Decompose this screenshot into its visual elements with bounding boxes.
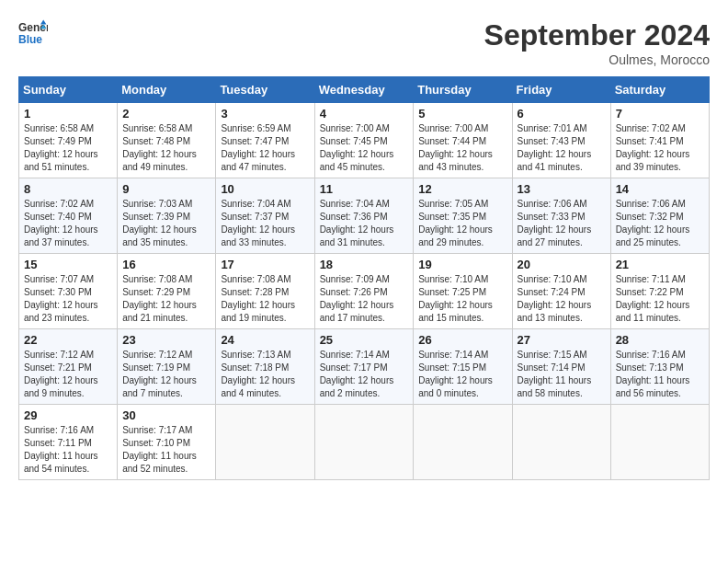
day-number: 5 (418, 107, 506, 121)
calendar-cell (414, 405, 512, 480)
month-title: September 2024 (484, 18, 710, 52)
calendar-cell: 24Sunrise: 7:13 AM Sunset: 7:18 PM Dayli… (216, 329, 314, 405)
col-sunday: Sunday (19, 77, 118, 103)
calendar-cell (314, 405, 414, 480)
day-number: 1 (24, 107, 112, 121)
day-info: Sunrise: 7:15 AM Sunset: 7:14 PM Dayligh… (518, 349, 606, 400)
calendar-cell: 14Sunrise: 7:06 AM Sunset: 7:32 PM Dayli… (610, 178, 709, 254)
day-info: Sunrise: 7:04 AM Sunset: 7:37 PM Dayligh… (221, 198, 309, 249)
calendar-cell: 23Sunrise: 7:12 AM Sunset: 7:19 PM Dayli… (118, 329, 216, 405)
calendar-cell (610, 405, 709, 480)
calendar-week-row: 22Sunrise: 7:12 AM Sunset: 7:21 PM Dayli… (19, 329, 710, 405)
calendar-header-row: Sunday Monday Tuesday Wednesday Thursday… (19, 77, 710, 103)
calendar-cell: 17Sunrise: 7:08 AM Sunset: 7:28 PM Dayli… (216, 254, 314, 329)
calendar-cell: 20Sunrise: 7:10 AM Sunset: 7:24 PM Dayli… (512, 254, 610, 329)
calendar-cell: 22Sunrise: 7:12 AM Sunset: 7:21 PM Dayli… (19, 329, 118, 405)
day-number: 23 (122, 333, 210, 347)
day-info: Sunrise: 6:58 AM Sunset: 7:48 PM Dayligh… (122, 122, 210, 174)
day-info: Sunrise: 7:03 AM Sunset: 7:39 PM Dayligh… (122, 198, 210, 249)
day-info: Sunrise: 6:58 AM Sunset: 7:49 PM Dayligh… (24, 122, 112, 174)
day-number: 28 (616, 333, 704, 347)
day-info: Sunrise: 7:08 AM Sunset: 7:28 PM Dayligh… (221, 273, 309, 325)
title-area: September 2024 Oulmes, Morocco (484, 18, 710, 67)
calendar-cell: 15Sunrise: 7:07 AM Sunset: 7:30 PM Dayli… (19, 254, 118, 329)
day-info: Sunrise: 7:09 AM Sunset: 7:26 PM Dayligh… (320, 273, 409, 325)
day-number: 2 (122, 107, 210, 121)
calendar-cell: 19Sunrise: 7:10 AM Sunset: 7:25 PM Dayli… (414, 254, 512, 329)
col-friday: Friday (512, 77, 610, 103)
calendar-cell: 30Sunrise: 7:17 AM Sunset: 7:10 PM Dayli… (118, 405, 216, 480)
day-number: 8 (24, 182, 112, 196)
day-info: Sunrise: 7:06 AM Sunset: 7:33 PM Dayligh… (518, 198, 606, 249)
calendar-week-row: 29Sunrise: 7:16 AM Sunset: 7:11 PM Dayli… (19, 405, 710, 480)
day-number: 26 (418, 333, 506, 347)
logo-icon: General Blue (18, 18, 48, 48)
day-info: Sunrise: 7:00 AM Sunset: 7:45 PM Dayligh… (320, 122, 409, 174)
day-number: 19 (418, 258, 506, 271)
day-info: Sunrise: 7:02 AM Sunset: 7:40 PM Dayligh… (24, 198, 112, 249)
day-info: Sunrise: 7:07 AM Sunset: 7:30 PM Dayligh… (24, 273, 112, 325)
day-info: Sunrise: 7:14 AM Sunset: 7:15 PM Dayligh… (418, 349, 506, 400)
calendar-cell: 21Sunrise: 7:11 AM Sunset: 7:22 PM Dayli… (610, 254, 709, 329)
day-number: 17 (221, 258, 309, 271)
day-info: Sunrise: 7:06 AM Sunset: 7:32 PM Dayligh… (616, 198, 704, 249)
day-info: Sunrise: 7:11 AM Sunset: 7:22 PM Dayligh… (616, 273, 704, 325)
calendar-cell: 27Sunrise: 7:15 AM Sunset: 7:14 PM Dayli… (512, 329, 610, 405)
day-number: 25 (320, 333, 409, 347)
calendar-cell: 12Sunrise: 7:05 AM Sunset: 7:35 PM Dayli… (414, 178, 512, 254)
day-number: 4 (320, 107, 409, 121)
calendar-cell: 11Sunrise: 7:04 AM Sunset: 7:36 PM Dayli… (314, 178, 414, 254)
day-number: 11 (320, 182, 409, 196)
day-info: Sunrise: 7:14 AM Sunset: 7:17 PM Dayligh… (320, 349, 409, 400)
col-tuesday: Tuesday (216, 77, 314, 103)
day-number: 3 (221, 107, 309, 121)
calendar-week-row: 1Sunrise: 6:58 AM Sunset: 7:49 PM Daylig… (19, 103, 710, 178)
calendar-week-row: 15Sunrise: 7:07 AM Sunset: 7:30 PM Dayli… (19, 254, 710, 329)
calendar-cell: 5Sunrise: 7:00 AM Sunset: 7:44 PM Daylig… (414, 103, 512, 178)
day-number: 7 (616, 107, 704, 121)
col-monday: Monday (118, 77, 216, 103)
calendar-table: Sunday Monday Tuesday Wednesday Thursday… (18, 76, 710, 480)
location: Oulmes, Morocco (484, 52, 710, 67)
day-number: 29 (24, 408, 112, 422)
day-info: Sunrise: 7:04 AM Sunset: 7:36 PM Dayligh… (320, 198, 409, 249)
calendar-cell: 9Sunrise: 7:03 AM Sunset: 7:39 PM Daylig… (118, 178, 216, 254)
calendar-week-row: 8Sunrise: 7:02 AM Sunset: 7:40 PM Daylig… (19, 178, 710, 254)
day-number: 16 (122, 258, 210, 271)
calendar-cell: 18Sunrise: 7:09 AM Sunset: 7:26 PM Dayli… (314, 254, 414, 329)
calendar-cell: 29Sunrise: 7:16 AM Sunset: 7:11 PM Dayli… (19, 405, 118, 480)
calendar-cell: 28Sunrise: 7:16 AM Sunset: 7:13 PM Dayli… (610, 329, 709, 405)
day-info: Sunrise: 7:10 AM Sunset: 7:24 PM Dayligh… (518, 273, 606, 325)
day-number: 10 (221, 182, 309, 196)
col-thursday: Thursday (414, 77, 512, 103)
day-number: 15 (24, 258, 112, 271)
day-info: Sunrise: 7:08 AM Sunset: 7:29 PM Dayligh… (122, 273, 210, 325)
calendar-cell: 7Sunrise: 7:02 AM Sunset: 7:41 PM Daylig… (610, 103, 709, 178)
col-saturday: Saturday (610, 77, 709, 103)
col-wednesday: Wednesday (314, 77, 414, 103)
calendar-cell: 1Sunrise: 6:58 AM Sunset: 7:49 PM Daylig… (19, 103, 118, 178)
calendar-cell: 10Sunrise: 7:04 AM Sunset: 7:37 PM Dayli… (216, 178, 314, 254)
day-info: Sunrise: 7:02 AM Sunset: 7:41 PM Dayligh… (616, 122, 704, 174)
calendar-cell: 16Sunrise: 7:08 AM Sunset: 7:29 PM Dayli… (118, 254, 216, 329)
day-number: 12 (418, 182, 506, 196)
day-number: 6 (518, 107, 606, 121)
calendar-cell: 26Sunrise: 7:14 AM Sunset: 7:15 PM Dayli… (414, 329, 512, 405)
calendar-cell: 3Sunrise: 6:59 AM Sunset: 7:47 PM Daylig… (216, 103, 314, 178)
calendar-cell: 6Sunrise: 7:01 AM Sunset: 7:43 PM Daylig… (512, 103, 610, 178)
day-number: 30 (122, 408, 210, 422)
day-number: 14 (616, 182, 704, 196)
day-number: 27 (518, 333, 606, 347)
calendar-cell: 8Sunrise: 7:02 AM Sunset: 7:40 PM Daylig… (19, 178, 118, 254)
calendar-cell: 4Sunrise: 7:00 AM Sunset: 7:45 PM Daylig… (314, 103, 414, 178)
day-number: 22 (24, 333, 112, 347)
day-info: Sunrise: 7:16 AM Sunset: 7:13 PM Dayligh… (616, 349, 704, 400)
logo: General Blue (18, 18, 48, 48)
calendar-cell (216, 405, 314, 480)
day-info: Sunrise: 7:12 AM Sunset: 7:19 PM Dayligh… (122, 349, 210, 400)
day-number: 24 (221, 333, 309, 347)
day-number: 13 (518, 182, 606, 196)
header: General Blue September 2024 Oulmes, Moro… (18, 18, 710, 67)
day-info: Sunrise: 7:16 AM Sunset: 7:11 PM Dayligh… (24, 424, 112, 476)
day-info: Sunrise: 7:17 AM Sunset: 7:10 PM Dayligh… (122, 424, 210, 476)
